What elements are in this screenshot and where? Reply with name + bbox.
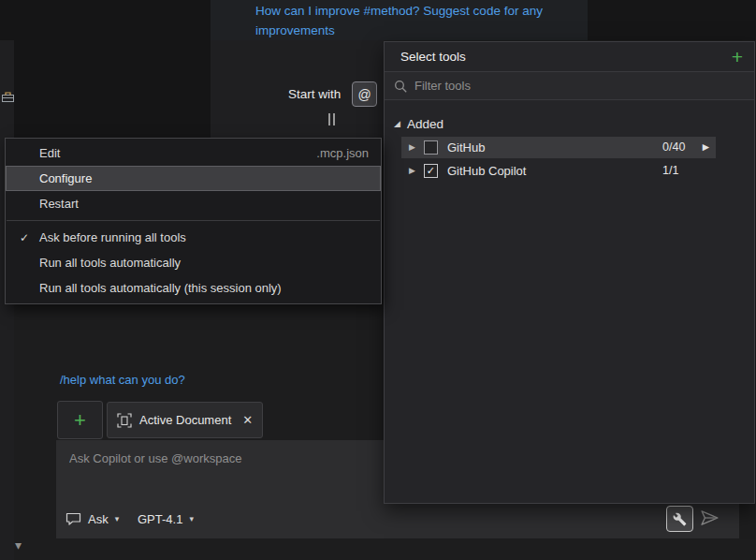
panel-title: Select tools xyxy=(400,50,732,64)
add-tool-button[interactable]: + xyxy=(732,47,743,66)
plus-icon: + xyxy=(74,410,86,431)
group-label: Added xyxy=(407,117,443,131)
chat-bubble-icon xyxy=(65,512,81,526)
context-menu: Edit .mcp.json Configure Restart ✓ Ask b… xyxy=(5,138,382,304)
mode-label: Ask xyxy=(88,512,109,526)
tool-count: 0/40 xyxy=(662,140,685,154)
app-window: ▾ How can I improve #method? Suggest cod… xyxy=(0,0,756,560)
tool-row-github[interactable]: ▶ GitHub 0/40 ▶ xyxy=(401,137,716,158)
chevron-expanded-icon: ◢ xyxy=(394,120,400,128)
menu-label: Restart xyxy=(39,197,79,211)
scroll-down-icon[interactable]: ▾ xyxy=(15,538,22,553)
caret-down-icon: ▾ xyxy=(115,514,120,523)
menu-item-edit[interactable]: Edit .mcp.json xyxy=(6,140,381,166)
menu-label: Configure xyxy=(39,171,92,185)
tool-row-github-copilot[interactable]: ▶ ✓ GitHub Copilot 1/1 xyxy=(401,160,716,182)
send-button[interactable] xyxy=(700,509,720,526)
menu-label: Run all tools automatically xyxy=(39,256,181,270)
menu-item-ask-before[interactable]: ✓ Ask before running all tools xyxy=(6,225,381,250)
flyout-arrow-icon[interactable]: ▶ xyxy=(703,142,709,152)
mode-selector[interactable]: Ask ▾ xyxy=(65,508,119,530)
menu-label: Run all tools automatically (this sessio… xyxy=(39,281,282,295)
group-added[interactable]: ◢ Added xyxy=(385,112,754,135)
start-with-label: Start with xyxy=(288,87,341,101)
model-label: GPT-4.1 xyxy=(138,512,182,526)
menu-item-run-all[interactable]: Run all tools automatically xyxy=(6,250,381,275)
wrench-icon xyxy=(673,512,687,526)
chevron-right-icon[interactable]: ▶ xyxy=(409,143,415,152)
menu-detail: .mcp.json xyxy=(316,146,369,160)
check-icon: ✓ xyxy=(427,166,435,176)
menu-item-configure[interactable]: Configure xyxy=(6,166,381,191)
github-checkbox[interactable] xyxy=(424,140,438,155)
filter-input[interactable] xyxy=(414,79,745,93)
menu-item-run-all-session[interactable]: Run all tools automatically (this sessio… xyxy=(6,275,381,301)
search-icon xyxy=(394,80,407,93)
toolbox-tab-icon[interactable] xyxy=(2,91,14,105)
suggestion-link[interactable]: How can I improve #method? Suggest code … xyxy=(211,0,588,40)
model-selector[interactable]: GPT-4.1 ▾ xyxy=(138,508,194,530)
tool-label: GitHub xyxy=(447,140,485,155)
suggestion-banner: How can I improve #method? Suggest code … xyxy=(211,0,588,40)
tools-button[interactable] xyxy=(666,506,693,532)
chat-top-right-background xyxy=(588,0,756,40)
panel-header: Select tools + xyxy=(385,42,754,71)
chip-label: Active Document xyxy=(139,413,231,427)
document-focus-icon xyxy=(117,413,132,428)
add-context-button[interactable]: + xyxy=(57,401,103,439)
menu-label: Edit xyxy=(39,146,60,160)
check-icon: ✓ xyxy=(20,231,29,244)
copilot-checkbox[interactable]: ✓ xyxy=(424,164,438,178)
send-icon xyxy=(700,509,720,526)
tool-label: GitHub Copilot xyxy=(447,164,527,178)
active-document-chip[interactable]: Active Document ✕ xyxy=(107,402,263,438)
chevron-right-icon[interactable]: ▶ xyxy=(409,167,415,175)
filter-row xyxy=(385,71,754,100)
drag-handle-icon[interactable] xyxy=(328,113,335,125)
close-icon[interactable]: ✕ xyxy=(242,413,253,427)
editor-background xyxy=(0,0,211,138)
menu-item-restart[interactable]: Restart xyxy=(6,191,381,216)
select-tools-panel: Select tools + ◢ Added ▶ GitHub 0/40 xyxy=(384,41,755,504)
chat-input[interactable] xyxy=(69,451,406,465)
tools-tree: ◢ Added ▶ GitHub 0/40 ▶ ▶ ✓ GitHub Copil… xyxy=(385,100,754,182)
help-suggestion-link[interactable]: /help what can you do? xyxy=(60,373,185,387)
menu-separator xyxy=(7,220,380,221)
tool-count: 1/1 xyxy=(662,164,678,177)
menu-label: Ask before running all tools xyxy=(39,230,186,244)
caret-down-icon: ▾ xyxy=(189,514,194,523)
at-button[interactable]: @ xyxy=(352,81,377,107)
